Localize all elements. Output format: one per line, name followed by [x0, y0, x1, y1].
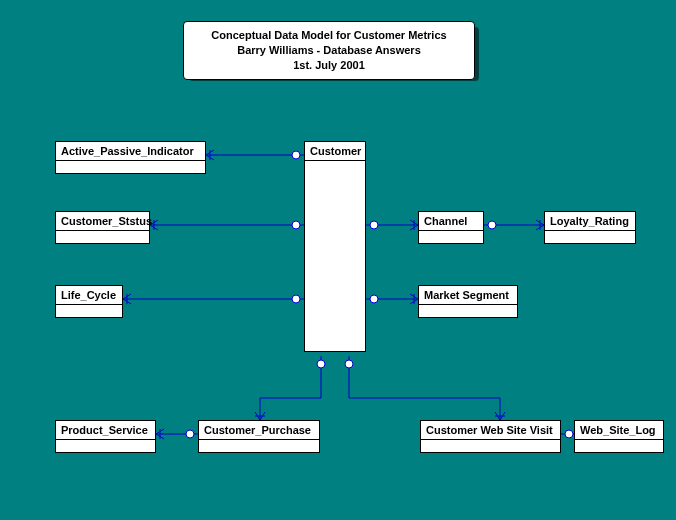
svg-line-29 — [410, 299, 418, 304]
svg-line-12 — [123, 294, 131, 299]
entity-label: Product_Service — [56, 421, 155, 440]
svg-point-16 — [370, 221, 378, 229]
svg-line-40 — [156, 429, 164, 434]
svg-point-4 — [292, 151, 300, 159]
entity-label: Channel — [419, 212, 483, 231]
title-line3: 1st. July 2001 — [200, 58, 458, 73]
svg-line-19 — [410, 225, 418, 230]
svg-line-36 — [495, 412, 500, 420]
entity-body — [56, 440, 155, 452]
entity-label: Customer_Ststus — [56, 212, 149, 231]
entity-body — [56, 305, 122, 317]
entity-channel: Channel — [418, 211, 484, 244]
svg-point-44 — [565, 430, 573, 438]
entity-body — [575, 440, 663, 452]
svg-line-3 — [206, 155, 214, 160]
svg-point-34 — [345, 360, 353, 368]
entity-label: Customer — [305, 142, 365, 161]
entity-body — [305, 161, 365, 351]
svg-line-37 — [500, 412, 505, 420]
svg-point-30 — [317, 360, 325, 368]
entity-loyalty-rating: Loyalty_Rating — [544, 211, 636, 244]
entity-customer-web-site-visit: Customer Web Site Visit — [420, 420, 561, 453]
entity-market-segment: Market Segment — [418, 285, 518, 318]
svg-point-9 — [292, 221, 300, 229]
svg-line-13 — [123, 299, 131, 304]
entity-label: Customer Web Site Visit — [421, 421, 560, 440]
svg-line-33 — [260, 412, 265, 420]
entity-body — [419, 231, 483, 243]
entity-body — [56, 161, 205, 173]
entity-body — [421, 440, 560, 452]
svg-line-28 — [410, 294, 418, 299]
entity-label: Active_Passive_Indicator — [56, 142, 205, 161]
entity-active-passive-indicator: Active_Passive_Indicator — [55, 141, 206, 174]
entity-customer-purchase: Customer_Purchase — [198, 420, 320, 453]
entity-web-site-log: Web_Site_Log — [574, 420, 664, 453]
entity-body — [56, 231, 149, 243]
svg-line-41 — [156, 434, 164, 439]
entity-customer: Customer — [304, 141, 366, 352]
svg-line-18 — [410, 220, 418, 225]
entity-product-service: Product_Service — [55, 420, 156, 453]
entity-label: Life_Cycle — [56, 286, 122, 305]
entity-label: Web_Site_Log — [575, 421, 663, 440]
svg-line-23 — [536, 220, 544, 225]
entity-label: Customer_Purchase — [199, 421, 319, 440]
entity-label: Loyalty_Rating — [545, 212, 635, 231]
entity-customer-status: Customer_Ststus — [55, 211, 150, 244]
title-box: Conceptual Data Model for Customer Metri… — [183, 21, 475, 80]
svg-point-26 — [370, 295, 378, 303]
title-line2: Barry Williams - Database Answers — [200, 43, 458, 58]
svg-line-32 — [255, 412, 260, 420]
svg-line-24 — [536, 225, 544, 230]
title-line1: Conceptual Data Model for Customer Metri… — [200, 28, 458, 43]
entity-label: Market Segment — [419, 286, 517, 305]
entity-body — [199, 440, 319, 452]
entity-life-cycle: Life_Cycle — [55, 285, 123, 318]
svg-point-14 — [292, 295, 300, 303]
entity-body — [419, 305, 517, 317]
svg-point-21 — [488, 221, 496, 229]
entity-body — [545, 231, 635, 243]
svg-line-2 — [206, 150, 214, 155]
svg-point-42 — [186, 430, 194, 438]
